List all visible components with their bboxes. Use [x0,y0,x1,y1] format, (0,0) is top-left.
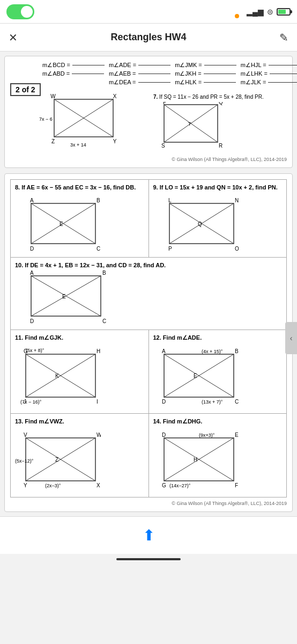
svg-text:N: N [235,197,239,203]
svg-text:7x − 6: 7x − 6 [39,116,53,122]
bcd-line: m∠BCD = [42,62,106,69]
svg-text:D: D [30,246,34,252]
svg-text:E: E [62,294,66,299]
problem10-cell: 10. If DE = 4x + 1, EB = 12x − 31, and C… [10,258,287,330]
svg-text:A: A [30,197,34,203]
battery-fill [278,10,286,14]
svg-text:Q: Q [198,221,202,227]
svg-text:X: X [113,94,116,99]
problem8-cell: 8. If AE = 6x − 55 and EC = 3x − 16, fin… [11,180,149,257]
problem13-cell: 13. Find m∠VWZ. V W Y X Z (5x−12)° (2x−3… [11,414,149,497]
rect-diagram-11: G H J I K (5x + 8)° (7x − 16)° [15,343,101,408]
toggle-circle [21,6,33,18]
problem11-cell: 11. Find m∠GJK. G H J I K (5x + 8)° (7x … [11,330,149,413]
problem14-num: 14. Find m∠DHG. [153,418,283,425]
problem13-num: 13. Find m∠VWZ. [15,418,144,425]
svg-text:Z: Z [55,457,58,463]
problem8-num: 8. If AE = 6x − 55 and EC = 3x − 16, fin… [15,184,144,191]
status-bar: ▂▄▆ ⊜ [0,0,297,24]
problem12-num: 12. Find m∠ADE. [153,334,283,341]
problems-11-12-row: 11. Find m∠GJK. G H J I K (5x + 8)° (7x … [10,330,287,414]
edit-button[interactable]: ✎ [279,31,288,44]
svg-text:(4x + 15)°: (4x + 15)° [202,349,223,354]
nav-bar: ✕ Rectangles HW4 ✎ [0,24,297,52]
copyright1: © Gina Wilson (All Things Algebra®, LLC)… [10,157,287,162]
page-title: Rectangles HW4 [110,32,186,43]
svg-text:D: D [162,399,166,405]
svg-text:H: H [96,348,100,354]
svg-text:B: B [102,270,106,276]
hlk-line: m∠HLK = [175,79,237,86]
svg-text:A: A [162,348,166,354]
status-left [6,4,34,19]
svg-text:(5x + 8)°: (5x + 8)° [26,348,44,353]
svg-text:G: G [162,482,166,488]
camera-toggle[interactable] [6,4,34,19]
svg-text:T: T [188,121,191,127]
svg-text:W: W [96,432,101,438]
problem11-num: 11. Find m∠GJK. [15,334,144,341]
signal-icon: ▂▄▆ [247,8,264,16]
svg-text:(7x − 16)°: (7x − 16)° [20,399,42,405]
dea-line: m∠DEA = [109,79,172,86]
home-bar [116,558,181,560]
svg-text:P: P [163,102,167,105]
jmk-line: m∠JMK = [175,62,237,69]
svg-text:W: W [50,94,56,99]
rect-diagram-14: D E G F H (9x+3)° (14x−27)° [153,427,239,492]
svg-text:(5x−12)°: (5x−12)° [15,458,34,464]
status-right: ▂▄▆ ⊜ [247,8,291,16]
svg-text:(2x−3)°: (2x−3)° [45,483,61,488]
svg-text:C: C [96,246,100,252]
problem9-cell: 9. If LO = 15x + 19 and QN = 10x + 2, fi… [149,180,287,257]
svg-text:B: B [96,197,100,203]
page1-card: m∠BCD = m∠ABD = m∠ADE = m∠AEB = m∠DEA = … [4,56,293,168]
col1-lines: m∠BCD = m∠ABD = [42,62,106,87]
svg-text:(9x+3)°: (9x+3)° [199,433,215,438]
problem7: 7. If SQ = 11x − 26 and PR = 5x + 28, fi… [151,92,287,153]
problems-13-14-row: 13. Find m∠VWZ. V W Y X Z (5x−12)° (2x−3… [10,414,287,497]
lhk-line: m∠LHK = [241,70,297,77]
wifi-icon: ⊜ [267,8,273,16]
back-button[interactable]: ✕ [9,31,18,44]
svg-text:C: C [102,318,106,324]
problem12-cell: 12. Find m∠ADE. A B D C E (4x + 15)° (13… [149,330,287,413]
ade-line: m∠ADE = [109,62,172,69]
page-badge: 2 of 2 [10,83,41,96]
svg-text:B: B [235,348,239,354]
problem7-text: 7. If SQ = 11x − 26 and PR = 5x + 28, fi… [153,94,285,100]
svg-text:E: E [60,221,63,227]
jkh-line: m∠JKH = [175,70,237,77]
copyright2: © Gina Wilson (All Things Algebra®, LLC)… [10,501,287,506]
svg-text:Y: Y [113,138,116,144]
svg-text:D: D [162,432,166,438]
svg-text:H: H [194,457,197,463]
notification-dot [235,14,239,18]
side-tab[interactable]: ‹ [285,322,297,354]
svg-text:(14x−27)°: (14x−27)° [169,483,191,488]
hjl-line: m∠HJL = [241,62,297,69]
svg-text:V: V [24,432,27,438]
svg-text:Q: Q [219,102,223,105]
svg-text:D: D [30,318,34,324]
svg-text:R: R [219,143,222,149]
home-indicator [0,554,297,565]
col2-lines: m∠ADE = m∠AEB = m∠DEA = [109,62,172,87]
svg-text:L: L [168,197,172,203]
share-button[interactable]: ⬆ [143,526,155,544]
svg-text:C: C [235,399,239,405]
rect-diagram-9: L N P O Q [153,193,239,252]
svg-text:F: F [235,482,238,488]
action-bar: ⬆ [0,516,297,554]
problems-8-9-row: 8. If AE = 6x − 55 and EC = 3x − 16, fin… [10,179,287,258]
rect-diagram-1: W X Z Y 7x − 6 3x + 14 [38,94,118,148]
page2-card: 8. If AE = 6x − 55 and EC = 3x − 16, fin… [4,173,293,512]
svg-text:Z: Z [51,138,54,144]
rect-diagram-10: A B D C E [15,270,112,324]
battery-icon [277,8,291,16]
problem9-num: 9. If LO = 15x + 19 and QN = 10x + 2, fi… [153,184,283,191]
svg-text:Y: Y [24,482,27,488]
svg-text:O: O [235,246,239,252]
rect-diagram-8: A B D C E [15,193,101,252]
rect-diagram-13: V W Y X Z (5x−12)° (2x−3)° [15,427,101,492]
